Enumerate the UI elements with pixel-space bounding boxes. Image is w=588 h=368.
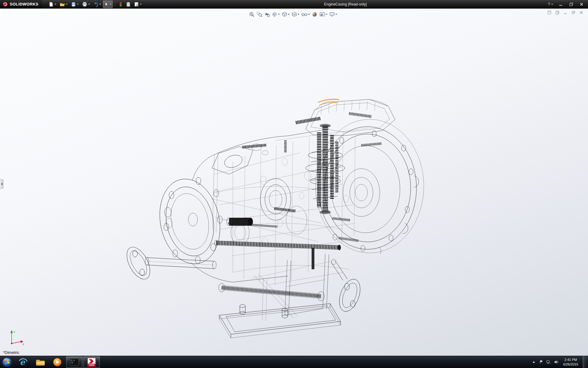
zoom-to-fit-button[interactable] <box>248 10 255 18</box>
cascade-windows-button[interactable] <box>555 10 560 15</box>
feature-manager-flyout-tab[interactable] <box>0 179 3 189</box>
zoom-to-area-icon <box>256 11 262 17</box>
taskbar-internet-explorer[interactable]: e <box>15 356 31 368</box>
graphics-area[interactable]: y x *Dimetric <box>0 9 588 356</box>
file-properties-button[interactable] <box>125 1 132 8</box>
clock-time: 2:41 PM <box>563 358 578 362</box>
document-window-controls <box>547 10 584 15</box>
undo-button[interactable] <box>92 1 102 8</box>
close-icon <box>580 2 583 6</box>
close-button[interactable] <box>579 2 584 7</box>
view-settings-button[interactable] <box>328 10 338 18</box>
window-controls: ? <box>548 2 588 7</box>
hide-show-glasses-icon <box>301 11 308 17</box>
windows-start-orb-icon <box>2 357 12 367</box>
edit-appearance-button[interactable] <box>311 10 318 18</box>
select-cursor-icon <box>104 2 109 7</box>
previous-view-button[interactable] <box>263 10 271 18</box>
restore-button[interactable] <box>568 2 574 7</box>
view-orientation-label: *Dimetric <box>3 350 19 355</box>
options-gear-sheet-icon <box>134 2 139 7</box>
taskbar-solidworks[interactable]: 2015 <box>83 356 100 368</box>
apply-scene-icon <box>319 11 325 17</box>
new-document-button[interactable] <box>47 1 58 8</box>
rebuild-button[interactable] <box>117 1 124 8</box>
dassault-3ds-icon <box>2 2 8 7</box>
zoom-to-area-button[interactable] <box>256 10 263 18</box>
section-view-icon <box>272 11 278 17</box>
tray-app-icon[interactable] <box>539 360 543 364</box>
titlebar: SOLIDWORKS <box>0 0 588 9</box>
save-floppy-icon <box>71 2 76 7</box>
folder-icon <box>35 358 45 366</box>
save-button[interactable] <box>70 1 80 8</box>
doc-close-icon <box>579 11 583 14</box>
cascade-icon <box>555 10 560 15</box>
taskbar-media-player[interactable] <box>49 356 66 368</box>
doc-close-button[interactable] <box>579 10 584 15</box>
triad-x-label: x <box>23 343 24 346</box>
command-prompt-icon: C:\ <box>70 358 79 366</box>
model-internal-edges <box>211 128 368 285</box>
restore-icon <box>569 2 573 6</box>
minimize-button[interactable] <box>558 2 564 7</box>
model-top-cover <box>306 99 395 136</box>
model-body <box>191 129 329 282</box>
title-area: EngineCasing [Read-only] <box>143 2 548 6</box>
model-left-flange <box>152 173 228 270</box>
new-document-icon <box>48 2 54 7</box>
chevron-up-icon <box>533 361 535 363</box>
cmd-prompt-text: C:\ <box>71 359 75 362</box>
system-tray: 2:41 PM 6/26/2015 <box>531 356 588 368</box>
help-button[interactable]: ? <box>548 2 553 6</box>
model-stand <box>254 254 329 321</box>
media-player-icon <box>53 358 62 367</box>
view-settings-icon <box>329 11 335 17</box>
zoom-to-fit-icon <box>249 11 255 17</box>
chevron-left-icon <box>1 183 2 185</box>
solidworks-window: SOLIDWORKS <box>0 0 588 368</box>
taskbar-command-prompt[interactable]: C:\ <box>66 356 83 368</box>
network-status[interactable] <box>546 360 551 364</box>
view-orientation-cube-icon <box>281 11 288 17</box>
show-desktop-button[interactable] <box>583 356 587 368</box>
view-orientation-button[interactable] <box>281 10 290 18</box>
toolbar-separator <box>115 2 115 7</box>
print-button[interactable] <box>81 1 91 8</box>
solidworks-menu-logo[interactable]: SOLIDWORKS <box>0 0 42 8</box>
undo-arrow-icon <box>93 2 99 7</box>
taskbar-clock[interactable]: 2:41 PM 6/26/2015 <box>561 358 580 366</box>
display-style-button[interactable] <box>291 10 300 18</box>
document-title: EngineCasing [Read-only] <box>324 2 367 6</box>
flag-icon <box>539 360 543 364</box>
previous-view-icon <box>264 11 270 17</box>
doc-restore-button[interactable] <box>571 10 576 15</box>
options-button[interactable] <box>133 1 143 8</box>
volume-control[interactable] <box>554 360 559 364</box>
solidworks-version-badge: 2015 <box>89 364 94 366</box>
start-button[interactable] <box>0 356 14 368</box>
standard-toolbar <box>47 1 143 8</box>
show-hidden-icons-button[interactable] <box>531 356 537 368</box>
doc-minimize-button[interactable] <box>563 10 568 15</box>
rebuild-traffic-icon <box>119 2 123 7</box>
help-label: ? <box>548 2 550 6</box>
brand-name: SOLIDWORKS <box>10 2 39 6</box>
windows-taskbar: e C:\ <box>0 356 588 368</box>
solidworks-app-icon: 2015 <box>87 358 96 367</box>
open-document-button[interactable] <box>58 1 69 8</box>
network-icon <box>546 360 551 364</box>
speaker-icon <box>554 360 559 364</box>
new-window-button[interactable] <box>547 10 552 15</box>
model-base-plate <box>219 304 341 338</box>
apply-scene-button[interactable] <box>318 10 328 18</box>
window-page-icon <box>547 10 552 15</box>
engine-wireframe-model[interactable] <box>0 9 588 356</box>
display-style-wireframe-icon <box>291 11 297 17</box>
taskbar-windows-explorer[interactable] <box>32 356 48 368</box>
minimize-icon <box>559 2 563 6</box>
select-tool-button[interactable] <box>103 1 113 8</box>
triad-y-label: y <box>14 330 15 333</box>
section-view-button[interactable] <box>271 10 281 18</box>
hide-show-items-button[interactable] <box>300 10 311 18</box>
